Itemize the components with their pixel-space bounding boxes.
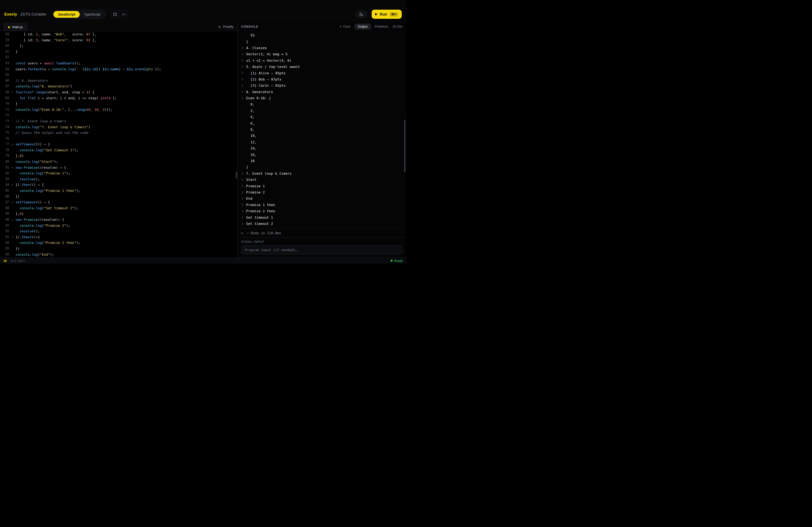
console-entry[interactable]: Promise 2	[238, 189, 406, 195]
code-line[interactable]: 61}	[0, 49, 237, 55]
expand-chevron-icon[interactable]	[241, 72, 246, 74]
code-line[interactable]: 89},0)	[0, 211, 237, 217]
expand-chevron-icon[interactable]	[241, 97, 246, 99]
code-line[interactable]: 87setTimeout(() ⇒ {	[0, 199, 237, 205]
fold-chevron-icon[interactable]	[9, 202, 16, 203]
expand-chevron-icon[interactable]	[241, 223, 246, 225]
code-line[interactable]: 74console.log("7. Event loop & timers")	[0, 124, 237, 130]
code-line[interactable]: 84}).then(() ⇒ {	[0, 182, 237, 188]
console-entry[interactable]: v1 + v2 = Vector(4, 6)	[238, 57, 406, 64]
console-entry[interactable]: Promise 1 then	[238, 202, 406, 208]
console-entry[interactable]: 4. Classes	[238, 45, 406, 51]
expand-chevron-icon[interactable]	[241, 216, 246, 218]
fold-chevron-icon[interactable]	[9, 144, 16, 145]
fold-chevron-icon[interactable]	[9, 237, 16, 238]
expand-chevron-icon[interactable]	[241, 179, 246, 181]
fold-chevron-icon[interactable]	[9, 185, 16, 185]
code-line[interactable]: 63const users = await loadUsers();	[0, 60, 237, 66]
console-entry[interactable]: Start	[238, 177, 406, 183]
expand-chevron-icon[interactable]	[241, 192, 246, 193]
run-button[interactable]: Run ⌘↵	[372, 10, 402, 19]
expand-chevron-icon[interactable]	[241, 79, 246, 80]
code-line[interactable]: 68function* range(start, end, step = 1) …	[0, 89, 237, 95]
split-columns-button[interactable]	[111, 11, 119, 18]
code-line[interactable]: 71console.log("Even 0-18:", [...range(0,…	[0, 107, 237, 113]
expand-chevron-icon[interactable]	[241, 204, 246, 206]
code-line[interactable]: 70}	[0, 101, 237, 107]
code-line[interactable]: 75// Guess the output and run the code	[0, 130, 237, 136]
console-entry[interactable]: End	[238, 195, 406, 201]
console-entry[interactable]: Set timeout 1	[238, 214, 406, 220]
code-line[interactable]: 81new Promise((resolve) ⇒ {	[0, 165, 237, 171]
code-line[interactable]: 65	[0, 72, 237, 78]
code-line[interactable]: 60 ];	[0, 43, 237, 49]
expand-chevron-icon[interactable]	[241, 185, 246, 187]
console-entry[interactable]: 6. Generators	[238, 89, 406, 95]
tab-problems[interactable]: Problems	[375, 25, 389, 28]
code-text: console.log("Set timeout 1");	[16, 147, 78, 153]
console-entry[interactable]: [3] Carol — 92pts	[238, 82, 406, 89]
code-line[interactable]: 78 console.log("Set timeout 1");	[0, 147, 237, 153]
code-line[interactable]: 64users.forEach(u ⇒ console.log(` [${u.i…	[0, 66, 237, 72]
expand-chevron-icon[interactable]	[241, 66, 246, 67]
code-line[interactable]: 59 { id: 3, name: "Carol", score: 92 },	[0, 37, 237, 43]
code-line[interactable]: 88 console.log("Set timeout 2");	[0, 205, 237, 211]
console-entry[interactable]: 7. Event loop & timers	[238, 170, 406, 177]
code-line[interactable]: 72	[0, 112, 237, 118]
code-line[interactable]: 96console.log("End");	[0, 252, 237, 258]
console-entry[interactable]: [2] Bob — 87pts	[238, 76, 406, 82]
code-line[interactable]: 79},0)	[0, 153, 237, 159]
expand-chevron-icon[interactable]	[241, 91, 246, 93]
tab-typescript[interactable]: TypeScript	[80, 11, 105, 18]
expand-chevron-icon[interactable]	[241, 173, 246, 175]
code-line[interactable]: 82 console.log("Promise 1");	[0, 170, 237, 176]
code-line[interactable]: 69 for (let i = start; i < end; i += ste…	[0, 95, 237, 101]
code-line[interactable]: 66// 6. Generators	[0, 78, 237, 84]
fold-chevron-icon[interactable]	[9, 167, 16, 168]
tab-js-out[interactable]: JS Out	[392, 25, 402, 28]
console-entry[interactable]: Vector(3, 4) mag = 5	[238, 51, 406, 57]
stdin-input[interactable]	[242, 245, 402, 254]
console-entry[interactable]: Promise 2 then	[238, 208, 406, 214]
expand-chevron-icon[interactable]	[241, 47, 246, 49]
code-line[interactable]: 80console.log("Start");	[0, 159, 237, 165]
console-entry[interactable]: Set timeout 2	[238, 221, 406, 227]
expand-chevron-icon[interactable]	[241, 198, 246, 199]
code-line[interactable]: 86})	[0, 194, 237, 200]
code-line[interactable]: 95})	[0, 246, 237, 252]
code-line[interactable]: 92 resolve();	[0, 228, 237, 234]
code-line[interactable]: 91 console.log("Promise 2");	[0, 223, 237, 229]
code-line[interactable]: 94 console.log("Promise 2 then");	[0, 240, 237, 246]
code-line[interactable]: 62	[0, 55, 237, 60]
code-line[interactable]: 58 { id: 2, name: "Bob", score: 87 },	[0, 31, 237, 37]
code-line[interactable]: 90new Promise((resolve)⇒ {	[0, 217, 237, 223]
tab-main-js[interactable]: main.js	[4, 23, 27, 31]
code-line[interactable]: 83 resolve();	[0, 176, 237, 182]
editor-scrollbar-thumb[interactable]	[236, 171, 237, 178]
code-line[interactable]: 67console.log("6. Generators")	[0, 84, 237, 89]
console-entry[interactable]: 5. Async / top-level await	[238, 64, 406, 70]
clear-console-button[interactable]: × Clear	[339, 25, 351, 28]
code-editor[interactable]: 58 { id: 2, name: "Bob", score: 87 },59 …	[0, 31, 237, 258]
console-scrollbar-thumb[interactable]	[404, 120, 405, 172]
code-line[interactable]: 85 console.log("Promise 1 then");	[0, 188, 237, 194]
close-icon: ×	[339, 25, 342, 28]
code-line[interactable]: 93}).then(()⇒{	[0, 234, 237, 240]
theme-toggle-button[interactable]	[356, 11, 367, 18]
prettify-button[interactable]: Prettify	[218, 25, 234, 31]
expand-chevron-icon[interactable]	[241, 54, 246, 55]
code-line[interactable]: 73// 7. Event loop & timers	[0, 118, 237, 124]
expand-chevron-icon[interactable]	[241, 210, 246, 212]
console-entry[interactable]: Even 0-18: [	[238, 95, 406, 101]
expand-chevron-icon[interactable]	[241, 85, 246, 86]
fold-chevron-icon[interactable]	[9, 92, 16, 93]
tab-javascript[interactable]: JavaScript	[54, 11, 80, 18]
console-entry[interactable]: [1] Alice — 95pts	[238, 70, 406, 76]
fold-chevron-icon[interactable]	[9, 220, 16, 220]
split-rows-button[interactable]	[119, 11, 128, 18]
code-line[interactable]: 77setTimeout(() ⇒ {	[0, 141, 237, 147]
tab-output[interactable]: Output	[355, 24, 371, 30]
code-line[interactable]: 76	[0, 136, 237, 142]
expand-chevron-icon[interactable]	[241, 60, 246, 61]
console-entry[interactable]: Promise 1	[238, 183, 406, 189]
